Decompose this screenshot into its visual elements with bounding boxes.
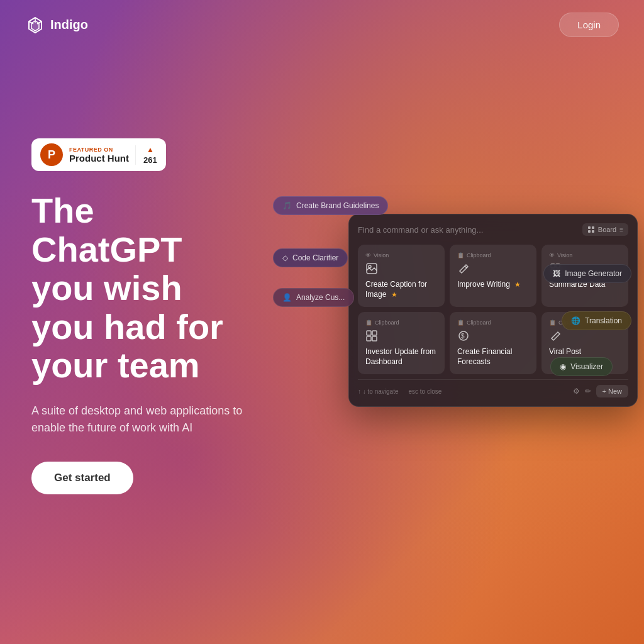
chip-brand-guidelines[interactable]: 🎵 Create Brand Guidelines — [273, 196, 388, 215]
svg-rect-11 — [372, 331, 377, 335]
headline-line3: you wish — [31, 268, 182, 308]
logo-icon — [25, 15, 45, 35]
headline-line1: The — [31, 191, 94, 230]
cp-card-investor[interactable]: 📋Clipboard Investor Update from Dashboar… — [358, 312, 445, 374]
chip-image-generator[interactable]: 🖼 Image Generator — [543, 264, 631, 283]
cp-tag-5: 📋Clipboard — [457, 319, 529, 326]
main-headline: The ChatGPT you wish you had for your te… — [31, 191, 270, 385]
cp-icon-1 — [365, 262, 437, 275]
svg-rect-13 — [372, 336, 377, 341]
cp-icon-6 — [549, 330, 621, 342]
cp-title-5: Create Financial Forecasts — [457, 347, 529, 367]
cp-star-1: ★ — [391, 291, 397, 298]
chip-brand-icon: 🎵 — [282, 201, 292, 210]
chip-brand-label: Create Brand Guidelines — [296, 201, 379, 210]
headline-line4: you had for — [31, 307, 223, 347]
cp-icon-5: $ — [457, 330, 529, 342]
cp-footer-actions: ⚙ ✏ + New — [573, 385, 629, 397]
board-icon — [587, 226, 595, 233]
edit-icon[interactable]: ✏ — [585, 387, 591, 396]
headline-line5: your team — [31, 345, 200, 385]
cp-star-2: ★ — [514, 280, 521, 288]
chip-visualizer-label: Visualizer — [570, 362, 603, 371]
board-menu-icon: ≡ — [619, 226, 623, 233]
cp-board-selector[interactable]: Board ≡ — [582, 223, 628, 236]
new-button[interactable]: + New — [596, 385, 629, 397]
chip-code-icon: ◇ — [282, 253, 288, 262]
cp-title-2: Improve Writing ★ — [457, 280, 529, 290]
cp-footer: ↑ ↓ to navigate esc to close ⚙ ✏ + New — [358, 379, 628, 397]
chip-analyze[interactable]: 👤 Analyze Cus... — [273, 288, 354, 307]
ph-count: 261 — [143, 155, 157, 165]
cp-header: Find a command or ask anything... Board … — [358, 223, 628, 236]
ph-name: Product Hunt — [69, 153, 129, 164]
cp-tag-3: 👁Vision — [549, 252, 621, 258]
chip-code-label: Code Clarifier — [292, 253, 338, 262]
cp-card-financial[interactable]: 📋Clipboard $ Create Financial Forecasts — [450, 312, 536, 374]
mockup-area: Find a command or ask anything... Board … — [273, 214, 625, 407]
chip-image-icon: 🖼 — [553, 269, 560, 278]
logo-text: Indigo — [50, 18, 88, 32]
chip-analyze-label: Analyze Cus... — [296, 293, 345, 302]
logo[interactable]: Indigo — [25, 15, 88, 35]
command-palette: Find a command or ask anything... Board … — [348, 214, 638, 407]
ph-featured-label: FEATURED ON — [69, 147, 129, 153]
cp-card-create-caption[interactable]: 👁Vision Create Caption for Image ★ — [358, 245, 445, 307]
cp-icon-2 — [457, 262, 529, 275]
svg-rect-3 — [592, 230, 594, 233]
cp-search-placeholder[interactable]: Find a command or ask anything... — [358, 225, 582, 235]
cp-title-6: Viral Post — [549, 347, 621, 357]
subtitle: A suite of desktop and web applications … — [31, 402, 270, 436]
ph-votes: ▲ 261 — [135, 145, 157, 165]
header: Indigo Login — [0, 0, 644, 50]
svg-rect-10 — [367, 331, 371, 335]
cp-tag-1: 👁Vision — [365, 252, 437, 258]
svg-rect-1 — [592, 226, 594, 229]
chip-code-clarifier[interactable]: ◇ Code Clarifier — [273, 248, 348, 267]
cp-title-4: Investor Update from Dashboard — [365, 347, 437, 367]
cp-title-1: Create Caption for Image ★ — [365, 280, 437, 299]
cp-tag-2: 📋Clipboard — [457, 252, 529, 258]
headline-line2: ChatGPT — [31, 230, 182, 269]
chip-translation[interactable]: 🌐 Translation — [562, 311, 631, 330]
product-hunt-text: FEATURED ON Product Hunt — [69, 147, 129, 164]
ph-arrow-icon: ▲ — [147, 145, 154, 154]
cp-tag-4: 📋Clipboard — [365, 319, 437, 326]
chip-visualizer-icon: ◉ — [560, 362, 566, 371]
chip-visualizer[interactable]: ◉ Visualizer — [550, 357, 613, 376]
cp-card-improve-writing[interactable]: 📋Clipboard Improve Writing ★ — [450, 245, 536, 307]
left-content: P FEATURED ON Product Hunt ▲ 261 The Cha… — [31, 138, 270, 494]
chip-image-label: Image Generator — [565, 269, 622, 278]
chip-translation-icon: 🌐 — [571, 316, 580, 325]
svg-rect-12 — [367, 336, 371, 341]
cp-icon-4 — [365, 330, 437, 342]
settings-icon[interactable]: ⚙ — [573, 387, 580, 396]
cp-nav-hint: ↑ ↓ to navigate esc to close — [358, 388, 441, 395]
login-button[interactable]: Login — [559, 13, 619, 37]
svg-text:$: $ — [461, 333, 465, 340]
svg-rect-0 — [588, 226, 591, 229]
product-hunt-badge[interactable]: P FEATURED ON Product Hunt ▲ 261 — [31, 138, 166, 171]
svg-rect-2 — [588, 230, 591, 233]
chip-translation-label: Translation — [585, 316, 622, 325]
board-label: Board — [598, 226, 616, 233]
get-started-button[interactable]: Get started — [31, 462, 133, 494]
product-hunt-logo: P — [40, 143, 63, 166]
chip-analyze-icon: 👤 — [282, 293, 292, 302]
